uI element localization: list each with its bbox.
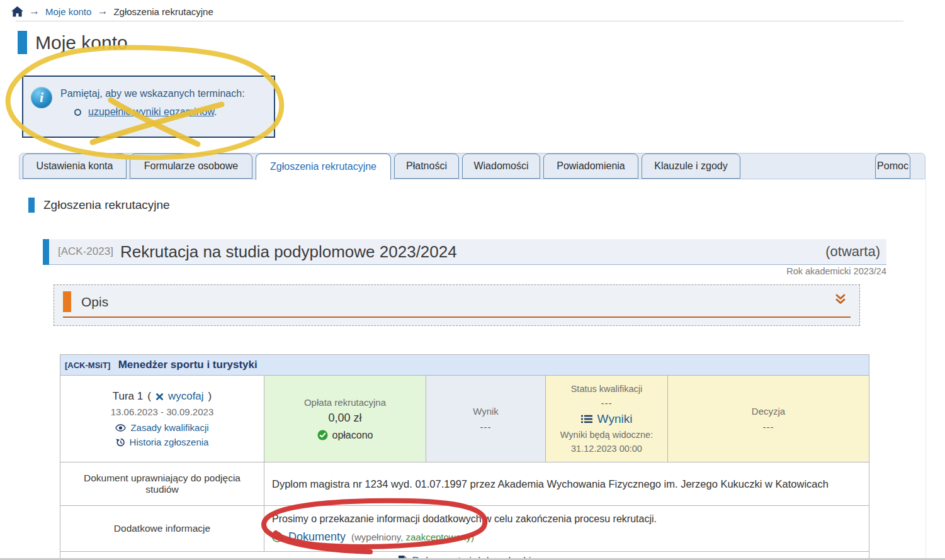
section-heading: Zgłoszenia rekrutacyjne	[28, 198, 170, 213]
recruitment-header: [ACK-2023] Rekrutacja na studia podyplom…	[43, 239, 886, 265]
bullet-icon	[74, 109, 81, 116]
breadcrumb: → Moje konto → Zgłoszenia rekrutacyjne	[11, 4, 213, 19]
documents-status-accepted: zaakceptowany)	[405, 532, 473, 542]
info-icon: i	[31, 87, 52, 108]
header-divider	[16, 21, 903, 21]
qualification-value: ---	[546, 398, 667, 408]
description-panel: Opis	[54, 284, 860, 326]
qualification-rules-link[interactable]: Zasady kwalifikacji	[130, 422, 208, 433]
round-dates: 13.06.2023 - 30.09.2023	[61, 406, 263, 417]
info-suffix: .	[214, 106, 217, 117]
tab-zgloszenia-rekrutacyjne[interactable]: Zgłoszenia rekrutacyjne	[256, 154, 391, 180]
tab-bar: Ustawienia konta Formularze osobowe Zgło…	[19, 153, 925, 179]
list-icon	[581, 415, 592, 423]
withdraw-link[interactable]: wycofaj	[168, 390, 204, 403]
info-box: i Pamiętaj, aby we wskazanych terminach:…	[22, 76, 275, 138]
document-row-value: Dyplom magistra nr 1234 wyd. 01.07.1997 …	[264, 462, 869, 506]
breadcrumb-arrow: →	[97, 5, 108, 18]
breadcrumb-link-moje-konto[interactable]: Moje konto	[45, 6, 91, 17]
fee-cell: Opłata rekrutacyjna 0,00 zł opłacono	[264, 376, 426, 462]
tab-ustawienia-konta[interactable]: Ustawienia konta	[23, 154, 127, 179]
eye-icon	[115, 424, 126, 432]
document-row-label: Dokument uprawniający do podjęcia studió…	[60, 462, 264, 506]
page-title-text: Moje konto	[35, 32, 128, 53]
result-label: Wynik	[427, 406, 545, 417]
recruitment-title: Rekrutacja na studia podyplomowe 2023/20…	[120, 242, 457, 262]
recruitment-accent-bar	[43, 239, 49, 265]
additional-row-value: Prosimy o przekazanie informacji dodatko…	[264, 506, 869, 552]
breadcrumb-current: Zgłoszenia rekrutacyjne	[113, 6, 213, 17]
recruitment-status: (otwarta)	[825, 244, 880, 260]
paren: (	[147, 390, 151, 403]
page-title: Moje konto	[18, 31, 128, 54]
decision-label: Decyzja	[669, 406, 868, 417]
withdraw-x-icon	[156, 393, 164, 401]
result-value: ---	[427, 422, 545, 432]
round-name: Tura 1	[113, 390, 144, 403]
results-link[interactable]: Wyniki	[597, 412, 633, 426]
results-visible-note: Wyniki będą widoczne:	[546, 430, 667, 440]
tab-powiadomienia[interactable]: Powiadomienia	[543, 154, 638, 179]
decision-value: ---	[669, 422, 868, 432]
paren: )	[208, 390, 212, 403]
tab-wiadomosci[interactable]: Wiadomości	[462, 154, 540, 179]
info-content: Pamiętaj, aby we wskazanych terminach: u…	[60, 82, 245, 131]
title-accent-bar	[18, 31, 27, 54]
program-title: Menedżer sportu i turystyki	[118, 359, 257, 371]
fee-paid-status: opłacono	[332, 430, 373, 441]
info-list-item: uzupełnić wyniki egzaminów.	[74, 106, 245, 118]
breadcrumb-arrow: →	[29, 5, 40, 18]
documents-status-prefix: (wypełniony,	[351, 532, 403, 542]
qualification-cell: Status kwalifikacji --- Wyniki Wyniki bę…	[546, 376, 668, 462]
tab-klauzule-i-zgody[interactable]: Klauzule i zgody	[642, 154, 740, 179]
page: → Moje konto → Zgłoszenia rekrutacyjne M…	[0, 0, 945, 560]
tab-platnosci[interactable]: Płatności	[394, 154, 459, 179]
description-title: Opis	[81, 294, 108, 310]
tab-pomoc[interactable]: Pomoc	[875, 154, 910, 179]
exam-results-link[interactable]: uzupełnić wyniki egzaminów	[88, 106, 214, 117]
tab-formularze-osobowe[interactable]: Formularze osobowe	[130, 154, 252, 179]
application-history-link[interactable]: Historia zgłoszenia	[130, 437, 209, 447]
history-icon	[116, 438, 125, 447]
results-visible-date: 31.12.2023 00:00	[546, 444, 667, 454]
section-accent-bar	[28, 198, 35, 213]
fee-label: Opłata rekrutacyjna	[265, 397, 425, 408]
program-code: [ACK-MSiT]	[65, 361, 110, 370]
qualification-label: Status kwalifikacji	[546, 384, 667, 394]
check-circle-outline-icon	[272, 532, 283, 542]
academic-year: Rok akademicki 2023/24	[43, 266, 886, 276]
additional-row-label: Dodatkowe informacje	[60, 506, 264, 552]
decision-cell: Decyzja ---	[668, 376, 869, 462]
fee-amount: 0,00 zł	[265, 412, 425, 425]
documents-link[interactable]: Dokumenty	[288, 530, 346, 544]
additional-message: Prosimy o przekazanie informacji dodatko…	[272, 513, 861, 525]
recruitment-code: [ACK-2023]	[58, 245, 113, 258]
info-heading: Pamiętaj, aby we wskazanych terminach:	[60, 88, 245, 99]
home-icon[interactable]	[11, 6, 23, 17]
program-header: [ACK-MSiT] Menedżer sportu i turystyki	[60, 355, 869, 376]
section-title: Zgłoszenia rekrutacyjne	[43, 198, 170, 212]
program-table: [ACK-MSiT] Menedżer sportu i turystyki T…	[60, 354, 869, 560]
check-circle-icon	[317, 430, 328, 440]
chevron-double-down-icon[interactable]	[834, 294, 847, 307]
result-cell: Wynik ---	[426, 376, 546, 462]
content-right-edge	[925, 179, 926, 560]
round-cell: Tura 1 ( wycofaj ) 13.06.2023 - 30.09.20…	[60, 376, 264, 462]
description-accent-bar	[63, 291, 71, 312]
